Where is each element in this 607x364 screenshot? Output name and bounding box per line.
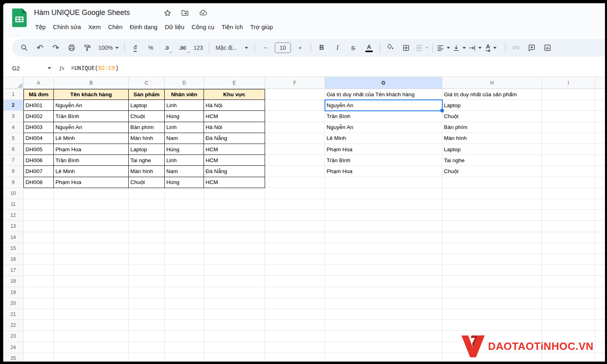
cell-A10[interactable] — [23, 188, 54, 199]
currency-format-button[interactable]: đ — [128, 41, 142, 54]
cell-B16[interactable] — [54, 254, 129, 265]
cell-H8[interactable]: Chuột — [442, 166, 542, 177]
cell-C12[interactable] — [129, 210, 165, 221]
text-color-button[interactable]: A — [362, 41, 376, 54]
cell-A13[interactable] — [23, 221, 54, 232]
cell-D1[interactable]: Nhân viên — [165, 89, 204, 100]
cell-partial-25[interactable] — [595, 353, 605, 362]
cell-D18[interactable] — [165, 276, 204, 287]
row-header-21[interactable]: 21 — [3, 309, 23, 320]
cell-B12[interactable] — [54, 210, 129, 221]
cell-H3[interactable]: Chuột — [442, 111, 542, 122]
cell-I17[interactable] — [542, 265, 595, 276]
star-icon[interactable] — [163, 9, 172, 17]
strikethrough-button[interactable]: S — [346, 41, 361, 54]
cell-C23[interactable] — [129, 331, 165, 342]
cell-G23[interactable] — [325, 331, 442, 342]
cell-partial-10[interactable] — [595, 188, 605, 199]
cell-H6[interactable]: Laptop — [442, 144, 542, 155]
increase-font-size-button[interactable]: + — [293, 41, 308, 54]
cell-E2[interactable]: Hà Nội — [204, 100, 265, 111]
cell-partial-24[interactable] — [595, 342, 605, 353]
insert-comment-button[interactable] — [524, 41, 539, 54]
increase-decimal-button[interactable]: .00→ — [175, 41, 190, 54]
cell-D3[interactable]: Hùng — [165, 111, 204, 122]
cell-E5[interactable]: Đà Nẵng — [204, 133, 265, 144]
column-header-I[interactable]: I — [542, 77, 595, 89]
cell-C5[interactable]: Màn hình — [129, 133, 165, 144]
row-header-5[interactable]: 5 — [3, 133, 23, 144]
cell-E24[interactable] — [204, 342, 265, 353]
cell-D25[interactable] — [165, 353, 204, 362]
select-all-corner[interactable] — [3, 77, 23, 89]
cell-G8[interactable]: Phạm Hoa — [325, 166, 442, 177]
cell-A24[interactable] — [23, 342, 54, 353]
cell-E25[interactable] — [204, 353, 265, 362]
cell-G11[interactable] — [325, 199, 442, 210]
row-header-6[interactable]: 6 — [3, 144, 23, 155]
cell-partial-3[interactable] — [595, 111, 605, 122]
cell-H2[interactable]: Laptop — [442, 100, 542, 111]
cell-H14[interactable] — [442, 232, 542, 243]
cell-D20[interactable] — [165, 298, 204, 309]
cell-D14[interactable] — [165, 232, 204, 243]
cell-B17[interactable] — [54, 265, 129, 276]
cell-F4[interactable] — [265, 122, 325, 133]
cell-F25[interactable] — [265, 353, 325, 362]
redo-button[interactable]: ↷ — [49, 41, 63, 54]
search-button[interactable] — [17, 41, 32, 54]
cell-E17[interactable] — [204, 265, 265, 276]
column-header-G[interactable]: G — [325, 77, 442, 89]
cell-F2[interactable] — [265, 100, 325, 111]
cell-B7[interactable]: Trần Bình — [54, 155, 129, 166]
text-wrap-button[interactable] — [468, 41, 482, 54]
cell-I10[interactable] — [542, 188, 595, 199]
cell-A25[interactable] — [23, 353, 54, 362]
row-header-13[interactable]: 13 — [3, 221, 23, 232]
cell-B24[interactable] — [54, 342, 129, 353]
menu-item-7[interactable]: Công cụ — [188, 22, 218, 32]
cell-partial-6[interactable] — [595, 144, 605, 155]
paint-format-button[interactable] — [80, 41, 95, 54]
column-header-B[interactable]: B — [54, 77, 129, 89]
row-header-14[interactable]: 14 — [3, 232, 23, 243]
cell-E8[interactable]: Đà Nẵng — [204, 166, 265, 177]
cell-A20[interactable] — [23, 298, 54, 309]
cell-I13[interactable] — [542, 221, 595, 232]
cell-B14[interactable] — [54, 232, 129, 243]
cell-A8[interactable]: DH007 — [23, 166, 54, 177]
cell-I5[interactable] — [542, 133, 595, 144]
cell-G7[interactable]: Trần Bình — [325, 155, 442, 166]
cell-G1[interactable]: Giá trị duy nhất của Tên khách hàng — [325, 89, 442, 100]
cell-partial-19[interactable] — [595, 287, 605, 298]
cell-partial-20[interactable] — [595, 298, 605, 309]
cell-F3[interactable] — [265, 111, 325, 122]
menu-item-4[interactable]: Chèn — [104, 22, 126, 32]
cell-I22[interactable] — [542, 320, 595, 331]
cell-D15[interactable] — [165, 243, 204, 254]
cell-G2[interactable]: Nguyễn An — [325, 100, 442, 111]
cell-E22[interactable] — [204, 320, 265, 331]
cell-H10[interactable] — [442, 188, 542, 199]
cell-B9[interactable]: Phạm Hoa — [54, 177, 129, 188]
cell-D6[interactable]: Hùng — [165, 144, 204, 155]
document-title[interactable]: Hàm UNIQUE Google Sheets — [34, 8, 130, 17]
cell-partial-7[interactable] — [595, 155, 605, 166]
column-header-C[interactable]: C — [129, 77, 165, 89]
row-header-15[interactable]: 15 — [3, 243, 23, 254]
cell-F21[interactable] — [265, 309, 325, 320]
cell-I20[interactable] — [542, 298, 595, 309]
cell-I1[interactable] — [542, 89, 595, 100]
menu-item-9[interactable]: Trợ giúp — [246, 22, 276, 32]
number-format-button[interactable]: 123 — [191, 41, 206, 54]
cell-F15[interactable] — [265, 243, 325, 254]
cell-partial-9[interactable] — [595, 177, 605, 188]
merge-cells-button[interactable] — [415, 41, 429, 54]
cell-partial-23[interactable] — [595, 331, 605, 342]
cell-B19[interactable] — [54, 287, 129, 298]
cell-partial-5[interactable] — [595, 133, 605, 144]
print-button[interactable] — [64, 41, 79, 54]
row-header-7[interactable]: 7 — [3, 155, 23, 166]
cell-D10[interactable] — [165, 188, 204, 199]
cell-I14[interactable] — [542, 232, 595, 243]
